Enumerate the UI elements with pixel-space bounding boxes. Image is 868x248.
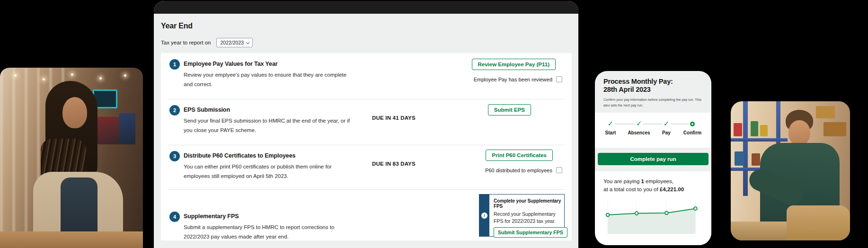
tax-year-label: Tax year to report on — [161, 40, 211, 45]
p60-distributed-checkbox[interactable] — [556, 167, 562, 173]
step-done-check-icon: ✓ — [662, 118, 671, 129]
page-title: Year End — [161, 22, 193, 30]
divider — [168, 189, 565, 190]
p60-distributed-row: P60 distributed to employees — [485, 167, 562, 173]
submit-eps-button[interactable]: Submit EPS — [488, 104, 531, 115]
record-shop-photo — [0, 68, 143, 248]
man-face-decor — [788, 120, 810, 146]
checkbox-label: P60 distributed to employees — [485, 168, 552, 173]
shelf-ledge-decor — [731, 138, 788, 142]
chevron-down-icon — [246, 40, 250, 44]
shop-counter-decor — [0, 231, 143, 248]
due-in-label: DUE IN 41 DAYS — [372, 115, 416, 121]
complete-pay-run-button[interactable]: Complete pay run — [598, 153, 709, 165]
step-description: Submit a supplementary FPS to HMRC to re… — [184, 222, 350, 241]
pay-run-summary-panel: You are paying 1 employees, at a total c… — [595, 171, 711, 245]
divider — [168, 99, 565, 99]
info-box-strip: i — [479, 195, 489, 236]
poster-decor — [97, 117, 119, 144]
tax-year-value: 2022/2023 — [220, 40, 244, 45]
total-cost-value: £4,221.00 — [660, 186, 684, 192]
poster-decor — [119, 113, 135, 144]
step-done-check-icon: ✓ — [635, 118, 644, 129]
summary-prefix: You are paying — [603, 178, 641, 184]
step-title: Distribute P60 Certificates to Employees — [184, 152, 295, 159]
step-description: You can either print P60 certificates or… — [184, 162, 350, 181]
tax-year-row: Tax year to report on 2022/2023 — [161, 38, 253, 47]
year-end-panel: Year End Tax year to report on 2022/2023… — [154, 1, 578, 248]
step-number-badge: 1 — [169, 59, 180, 70]
info-icon: i — [481, 213, 487, 219]
step-number-badge: 4 — [169, 212, 180, 222]
employee-pay-reviewed-checkbox[interactable] — [556, 76, 562, 82]
pay-run-title: Process Monthly Pay: 28th April 2023 — [603, 78, 673, 94]
pay-run-subtitle: Confirm your pay information before comp… — [603, 97, 705, 108]
print-p60-button[interactable]: Print P60 Certificates — [486, 150, 553, 161]
tax-year-select[interactable]: 2022/2023 — [216, 38, 253, 47]
divider — [168, 145, 565, 145]
due-in-label: DUE IN 83 DAYS — [372, 161, 416, 167]
submit-supplementary-fps-button[interactable]: Submit Supplementary FPS — [494, 227, 567, 238]
pay-run-panel: Process Monthly Pay: 28th April 2023 Con… — [595, 71, 711, 245]
stepper-label: Confirm — [676, 130, 709, 135]
pay-cost-line-chart — [602, 198, 705, 239]
workbench-decor — [731, 221, 792, 240]
pay-cost-chart — [602, 198, 705, 239]
pay-run-summary-text: You are paying 1 employees, at a total c… — [603, 177, 684, 194]
step-description: Send your final EPS submission to HMRC a… — [184, 116, 350, 135]
info-box-body: Complete your Supplementary FPS Record y… — [489, 195, 571, 236]
summary-middle: employees, — [644, 178, 673, 184]
pay-run-title-line1: Process Monthly Pay: — [603, 78, 673, 85]
step-title: Supplementary FPS — [184, 213, 239, 220]
supplementary-fps-info-box: i Complete your Supplementary FPS Record… — [479, 194, 565, 237]
employee-pay-reviewed-row: Employee Pay has been reviewed — [474, 76, 562, 82]
info-box-text: Record your Supplementary FPS for 2022/2… — [494, 211, 565, 225]
checkbox-label: Employee Pay has been reviewed — [474, 77, 552, 82]
step-number-badge: 3 — [169, 151, 180, 161]
step-description: Review your emplyee's pay values to ensu… — [184, 70, 350, 89]
summary-line2-prefix: at a total cost to you of — [603, 186, 660, 192]
step-number-badge: 2 — [169, 105, 180, 115]
step-done-check-icon: ✓ — [606, 118, 615, 129]
stepper-step-confirm: ✓ Confirm — [676, 118, 709, 135]
step-title: EPS Submission — [184, 106, 230, 113]
kraft-paper-decor — [787, 205, 850, 240]
step-current-ring-icon: ✓ — [689, 118, 696, 129]
marketing-composite: Year End Tax year to report on 2022/2023… — [0, 0, 868, 248]
step-title: Employee Pay Values for Tax Year — [184, 61, 278, 67]
info-box-title: Complete your Supplementary FPS — [494, 198, 567, 209]
woman-face-decor — [62, 97, 87, 128]
pay-run-title-line2: 28th April 2023 — [603, 86, 651, 93]
tablet-top-bar — [154, 1, 578, 14]
warehouse-photo — [731, 101, 850, 240]
review-employee-pay-button[interactable]: Review Employee Pay (P11) — [472, 59, 556, 70]
pay-run-stepper: ✓ Start ✓ Absences ✓ Pay ✓ Confirm — [595, 113, 711, 148]
shelf-upright-decor — [743, 101, 748, 196]
year-end-steps-card: 1 Employee Pay Values for Tax Year Revie… — [161, 53, 572, 240]
